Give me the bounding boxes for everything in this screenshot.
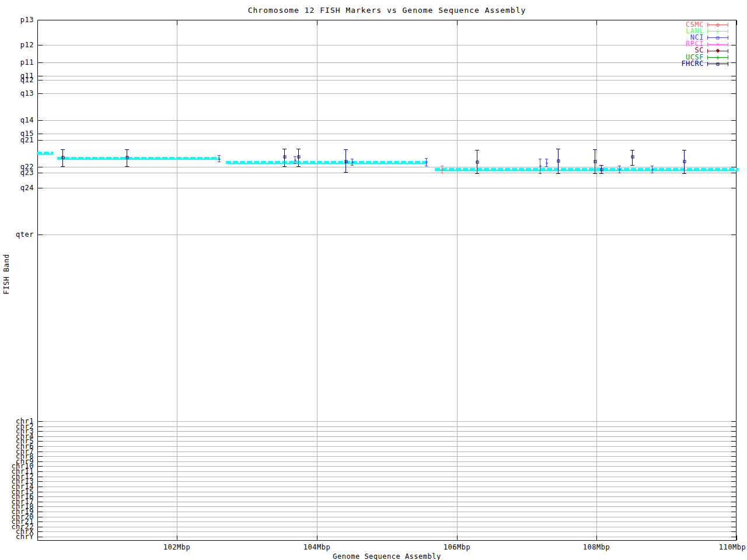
legend: CSMCLANLNCIRPCISCUCSFFHCRC <box>0 0 747 560</box>
legend-sample-cap-left <box>707 49 708 53</box>
legend-sample-cap-left <box>707 36 708 40</box>
legend-marker-sc <box>715 49 720 53</box>
legend-marker-lanl <box>715 29 720 33</box>
legend-sample-cap-left <box>707 62 708 66</box>
legend-sample-cap-right <box>728 55 728 60</box>
legend-sample-cap-left <box>707 23 708 27</box>
legend-marker-nci <box>716 36 719 39</box>
legend-sample-cap-right <box>728 29 728 33</box>
legend-sample-cap-right <box>728 23 728 27</box>
legend-sample-cap-left <box>707 29 708 33</box>
legend-sample-cap-right <box>728 62 728 66</box>
legend-sample-cap-left <box>707 43 708 47</box>
legend-sample-cap-right <box>728 36 728 40</box>
fish-marker-chart: Chromosome 12 FISH Markers vs Genome Seq… <box>0 0 747 560</box>
legend-marker-ucsf <box>715 55 720 60</box>
legend-marker-rpci <box>715 41 721 47</box>
legend-marker-csmc <box>715 23 720 27</box>
legend-sample-cap-left <box>707 55 708 60</box>
legend-marker-fhcrc <box>716 62 719 65</box>
legend-sample-cap-right <box>728 49 728 53</box>
legend-sample-cap-right <box>728 43 728 47</box>
legend-label-fhcrc: FHCRC <box>681 61 704 67</box>
